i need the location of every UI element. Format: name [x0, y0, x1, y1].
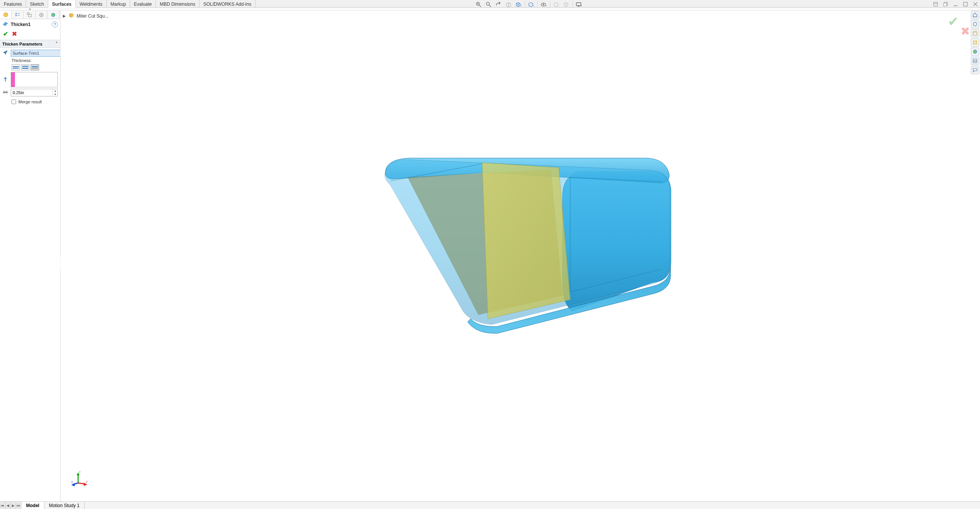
cm-tab-sketch[interactable]: Sketch [26, 0, 48, 7]
expand-tree-icon[interactable]: ▶ [63, 14, 66, 18]
svg-rect-49 [973, 43, 975, 44]
pm-section-header[interactable]: Thicken Parameters ˄ [0, 40, 60, 48]
merge-result-input[interactable] [11, 100, 16, 104]
tp-home-icon[interactable] [971, 11, 979, 19]
tab-nav-prev[interactable]: ◀ [5, 502, 11, 509]
tab-nav-last[interactable]: ⏭ [16, 502, 21, 509]
direction-both-button[interactable] [21, 64, 29, 70]
restore-down-icon[interactable] [942, 1, 949, 7]
tp-resources-icon[interactable] [971, 20, 979, 28]
svg-point-5 [543, 4, 544, 5]
svg-point-2 [486, 2, 489, 5]
svg-rect-21 [15, 13, 17, 14]
pm-tab-strip [0, 11, 60, 19]
hide-show-icon[interactable] [540, 1, 548, 8]
heads-up-toolbar [475, 1, 583, 8]
reject-feature-button[interactable]: ✖ [960, 24, 970, 38]
bottom-tab-model[interactable]: Model [21, 502, 44, 509]
tp-appearances-icon[interactable] [971, 47, 979, 56]
svg-rect-50 [975, 43, 977, 44]
zoom-area-icon[interactable] [485, 1, 492, 8]
svg-point-8 [565, 3, 566, 4]
svg-line-3 [489, 5, 491, 7]
svg-point-9 [566, 3, 567, 4]
cm-tab-evaluate[interactable]: Evaluate [130, 0, 156, 7]
svg-line-1 [479, 5, 481, 7]
svg-rect-22 [15, 15, 17, 16]
spinner-down-icon[interactable]: ▼ [53, 93, 57, 96]
direction-buttons [11, 64, 39, 70]
thicken-icon [2, 21, 8, 28]
edit-appearance-icon[interactable] [553, 1, 560, 8]
ok-button[interactable]: ✔ [3, 30, 8, 38]
svg-text:X: X [86, 481, 88, 483]
cm-tab-features[interactable]: Features [0, 0, 26, 7]
selection-icon [2, 49, 8, 57]
thickness-dim-icon [2, 89, 8, 96]
accept-feature-button[interactable]: ✔ [948, 14, 959, 29]
help-icon[interactable]: ? [52, 21, 58, 28]
previous-view-icon[interactable] [495, 1, 502, 8]
bottom-tab-motion[interactable]: Motion Study 1 [44, 502, 85, 509]
svg-point-10 [566, 5, 566, 6]
selection-input[interactable] [11, 50, 67, 57]
view-settings-icon[interactable] [575, 1, 583, 8]
tp-view-palette-icon[interactable] [971, 38, 979, 47]
thickness-color-swatch [11, 72, 15, 87]
tab-nav-first[interactable]: ⏮ [0, 502, 5, 509]
pm-header: Thicken1 ? [0, 19, 60, 29]
pm-tab-config[interactable] [24, 11, 36, 19]
pm-tab-feature-tree[interactable] [0, 11, 12, 19]
svg-rect-11 [576, 3, 581, 6]
thickness-input[interactable] [11, 90, 52, 95]
part-icon [68, 12, 74, 20]
flyout-tree[interactable]: ▶ Miter Cut Squ... [63, 12, 108, 20]
apply-scene-icon[interactable] [563, 1, 570, 8]
cm-tab-surfaces[interactable]: Surfaces [48, 0, 76, 8]
bottom-tab-bar: ⏮ ◀ ▶ ⏭ Model Motion Study 1 [0, 501, 980, 509]
close-icon[interactable] [972, 1, 978, 7]
view-orientation-icon[interactable] [515, 1, 522, 8]
svg-rect-47 [973, 41, 975, 42]
maximize-icon[interactable] [962, 1, 969, 7]
cm-tab-addins[interactable]: SOLIDWORKS Add-Ins [200, 0, 255, 7]
thickness-label: Thickness: [2, 58, 58, 63]
collapse-cm-icon[interactable] [933, 1, 939, 7]
svg-rect-16 [944, 3, 947, 6]
cancel-button[interactable]: ✖ [12, 30, 17, 38]
tp-forum-icon[interactable] [971, 66, 979, 74]
spinner-up-icon[interactable]: ▲ [53, 89, 57, 93]
section-view-icon[interactable] [505, 1, 512, 8]
tp-library-icon[interactable] [971, 29, 979, 38]
display-style-icon[interactable] [527, 1, 535, 8]
svg-text:Z: Z [71, 481, 73, 483]
svg-rect-13 [934, 2, 937, 6]
zoom-fit-icon[interactable] [475, 1, 483, 8]
svg-rect-18 [964, 2, 967, 6]
pm-tab-property[interactable] [12, 11, 24, 19]
minimize-icon[interactable] [952, 1, 959, 7]
cm-tab-weldments[interactable]: Weldments [76, 0, 107, 7]
tp-custom-props-icon[interactable] [971, 57, 979, 65]
direction-side2-button[interactable] [31, 64, 39, 70]
svg-point-7 [564, 3, 568, 7]
svg-rect-48 [975, 41, 977, 42]
graphics-area[interactable]: ▶ Miter Cut Squ... ✔ ✖ [61, 11, 980, 501]
reverse-direction-icon[interactable] [2, 76, 8, 83]
pm-ok-cancel: ✔ ✖ [0, 29, 60, 40]
merge-result-label: Merge result [18, 100, 42, 104]
pm-tab-display[interactable] [47, 11, 59, 19]
svg-rect-12 [578, 6, 579, 7]
orientation-triad[interactable]: Y X Z [71, 471, 87, 488]
cm-tab-markup[interactable]: Markup [107, 0, 130, 7]
pm-section-label: Thicken Parameters [2, 42, 43, 46]
thickness-spinner[interactable]: ▲▼ [11, 89, 58, 96]
direction-side1-button[interactable] [11, 64, 20, 70]
part-name: Miter Cut Squ... [77, 13, 108, 19]
cm-tab-mbd[interactable]: MBD Dimensions [156, 0, 200, 7]
pm-tab-dimxpert[interactable] [36, 11, 47, 19]
merge-result-checkbox[interactable]: Merge result [2, 98, 58, 104]
model-preview [356, 154, 685, 338]
tab-nav-next[interactable]: ▶ [11, 502, 16, 509]
property-manager-panel: Thicken1 ? ✔ ✖ Thicken Parameters ˄ Thic… [0, 11, 61, 501]
